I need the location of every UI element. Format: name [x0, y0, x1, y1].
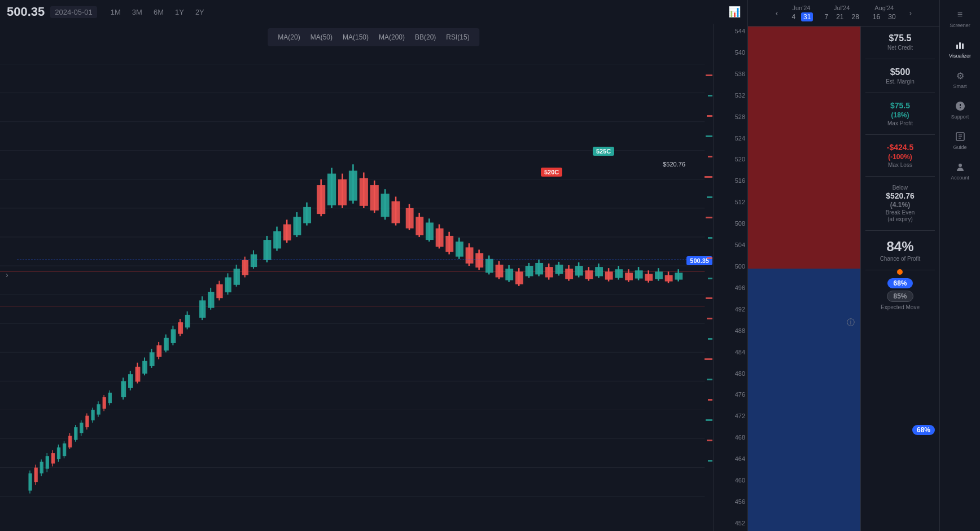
max-profit-label: Max Profit: [887, 120, 913, 126]
label-520c: 520C: [541, 168, 562, 177]
sidebar-item-visualizer[interactable]: Visualizer: [940, 35, 980, 63]
month-jun: Jun'24: [792, 5, 810, 11]
date-jun-31[interactable]: 31: [801, 12, 813, 21]
indicator-ma50[interactable]: MA(50): [307, 32, 336, 43]
price-tick-492: 492: [716, 306, 745, 313]
sidebar-label-support: Support: [951, 114, 969, 120]
break-even-prefix: Below: [893, 185, 908, 191]
time-period-buttons: 1M 3M 6M 1Y 2Y: [106, 6, 209, 19]
label-525c: 525C: [593, 147, 614, 156]
badge-68-floating: 68%: [912, 425, 935, 435]
price-axis: 544 540 536 532 528 524 520 516 512 508 …: [714, 24, 747, 531]
date-aug-16[interactable]: 16: [870, 12, 882, 21]
cursor-indicator: [897, 269, 903, 275]
est-margin-label: Est. Margin: [886, 78, 915, 85]
price-tick-532: 532: [716, 93, 745, 99]
price-tick-512: 512: [716, 199, 745, 205]
price-tick-516: 516: [716, 178, 745, 184]
svg-rect-164: [956, 45, 958, 49]
sidebar-item-screener[interactable]: ≡ Screener: [940, 5, 980, 33]
price-dashed-line: [17, 260, 712, 260]
chance-label: Chance of Profit: [880, 256, 921, 262]
chart-header: 500.35 2024-05-01 1M 3M 6M 1Y 2Y 📊: [0, 0, 747, 24]
sidebar-label-visualizer: Visualizer: [949, 53, 971, 59]
expand-arrow[interactable]: ›: [6, 270, 8, 279]
stat-net-credit: $75.5 Net Credit: [887, 33, 913, 51]
date-group-jul: Jul'24 7 21 28: [822, 5, 861, 21]
net-credit-value: $75.5: [889, 33, 911, 43]
svg-rect-38: [85, 416, 89, 427]
time-btn-6m[interactable]: 6M: [149, 6, 168, 19]
indicator-rsi15[interactable]: RSI(15): [443, 32, 473, 43]
date-nav-prev[interactable]: ‹: [773, 7, 781, 19]
price-tick-524: 524: [716, 135, 745, 142]
price-tick-468: 468: [716, 435, 745, 441]
expected-move-68-badge: 68%: [887, 278, 912, 288]
guide-icon: [955, 131, 966, 142]
divider-1: [865, 59, 935, 59]
date-nav-next[interactable]: ›: [907, 7, 915, 19]
right-sidebar: ≡ Screener Visualizer ⚙ Smart Support: [939, 0, 980, 531]
time-btn-3m[interactable]: 3M: [128, 6, 147, 19]
date-jul-21[interactable]: 21: [834, 12, 846, 21]
stat-max-profit: $75.5 (18%) Max Profit: [887, 101, 913, 126]
divider-5: [865, 230, 935, 231]
indicator-ma20[interactable]: MA(20): [274, 32, 303, 43]
stat-est-margin: $500 Est. Margin: [886, 67, 915, 85]
date-jul-7[interactable]: 7: [822, 12, 830, 21]
visualizer-icon: [955, 40, 966, 51]
indicator-bb20[interactable]: BB(20): [412, 32, 439, 43]
expected-move-label: Expected Move: [881, 304, 920, 310]
time-btn-1y[interactable]: 1Y: [170, 6, 189, 19]
stat-chance-of-profit: 84% Chance of Profit: [880, 239, 921, 262]
date-days-aug: 16 30: [870, 12, 898, 21]
date-jun-4[interactable]: 4: [789, 12, 798, 21]
max-profit-pct: (18%): [891, 111, 909, 119]
date-aug-30[interactable]: 30: [886, 12, 898, 21]
price-tick-528: 528: [716, 114, 745, 120]
label-breakeven: $520.76: [663, 161, 685, 168]
sidebar-item-guide[interactable]: Guide: [940, 126, 980, 155]
smart-icon: ⚙: [955, 70, 966, 81]
indicator-ma200[interactable]: MA(200): [375, 32, 408, 43]
month-aug: Aug'24: [874, 5, 894, 11]
price-tick-500: 500: [716, 264, 745, 270]
price-tick-508: 508: [716, 221, 745, 227]
date-jul-28[interactable]: 28: [850, 12, 861, 21]
time-btn-1m[interactable]: 1M: [106, 6, 125, 19]
break-even-label: Break Even: [886, 209, 915, 216]
chart-type-icon[interactable]: 📊: [728, 6, 741, 18]
date-group-aug: Aug'24 16 30: [870, 5, 898, 21]
price-tick-488: 488: [716, 328, 745, 334]
price-tick-452: 452: [716, 520, 745, 526]
price-tick-484: 484: [716, 349, 745, 356]
indicators-bar: MA(20) MA(50) MA(150) MA(200) BB(20) RSI…: [268, 28, 479, 46]
net-credit-label: Net Credit: [887, 45, 913, 51]
svg-rect-34: [74, 427, 77, 440]
chart-canvas[interactable]: 520C 525C 500.35 $520.76 › 544 540 536 5…: [0, 24, 747, 531]
break-even-sublabel: (at expiry): [887, 216, 912, 222]
indicator-bars: [703, 24, 712, 531]
max-loss-label: Max Loss: [888, 162, 912, 168]
svg-rect-165: [959, 42, 961, 49]
svg-rect-166: [962, 43, 964, 49]
price-tick-476: 476: [716, 392, 745, 398]
time-btn-2y[interactable]: 2Y: [191, 6, 209, 19]
info-icon[interactable]: ⓘ: [847, 318, 855, 328]
price-tick-540: 540: [716, 50, 745, 56]
indicator-ma150[interactable]: MA(150): [339, 32, 372, 43]
candlestick-chart: [0, 24, 747, 531]
stat-expected-move: 68% 85% Expected Move: [881, 278, 920, 310]
est-margin-value: $500: [890, 67, 911, 77]
max-profit-value: $75.5: [890, 101, 910, 110]
sidebar-label-account: Account: [951, 175, 969, 181]
sidebar-label-smart: Smart: [953, 84, 966, 89]
break-even-price: $520.76: [886, 191, 915, 200]
screener-icon: ≡: [955, 9, 966, 20]
svg-point-171: [959, 164, 962, 167]
sidebar-item-support[interactable]: Support: [940, 96, 980, 124]
sidebar-item-smart[interactable]: ⚙ Smart: [940, 65, 980, 94]
price-tick-504: 504: [716, 242, 745, 248]
divider-3: [865, 134, 935, 135]
sidebar-item-account[interactable]: Account: [940, 157, 980, 185]
